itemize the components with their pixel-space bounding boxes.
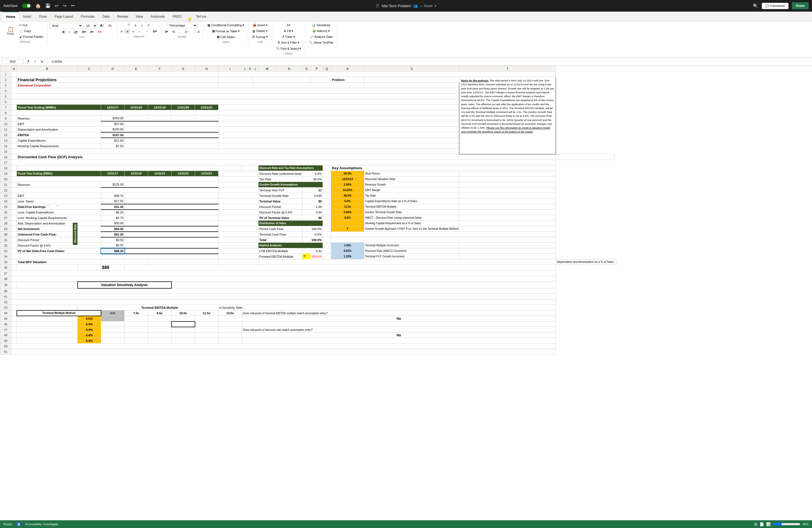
cell-A43[interactable] [11,305,17,310]
format-painter-button[interactable]: 🖌 Format Painter [18,34,45,39]
cut-button[interactable]: ✂ Cut [18,23,45,28]
col-S[interactable]: S [364,66,459,72]
name-box[interactable] [2,59,24,64]
cell-I25[interactable] [218,204,259,210]
align-middle-button[interactable]: ≡ [133,23,138,28]
insert-function-button[interactable]: fx [39,59,45,64]
cell-D32[interactable]: $0.97 [101,243,125,248]
cell-A11[interactable] [11,127,17,132]
page-layout-view-button[interactable]: 📄 [759,522,764,526]
tab-automate[interactable]: Automate [147,12,169,21]
tab-review[interactable]: Review [113,12,132,21]
share-button[interactable]: Share [792,2,809,10]
cell-A26[interactable] [11,210,17,215]
cell-E31[interactable] [125,237,218,243]
cell-A30[interactable] [11,232,17,237]
col-D[interactable]: D [101,66,125,72]
cell-A47[interactable] [11,327,17,333]
ebit-margin-value[interactable]: 54.50% [331,188,364,193]
tab-data[interactable]: Data [99,12,113,21]
cell-A15[interactable] [11,149,556,155]
s-100-46[interactable] [172,321,195,327]
cell-A50[interactable] [11,343,556,349]
col-H[interactable]: H [195,66,218,72]
cell-I35[interactable] [218,259,259,265]
cell-Q25[interactable] [323,204,331,210]
cell-B11[interactable]: Depreciation and Amortization [17,127,101,132]
s-na-46[interactable] [101,321,125,327]
analyze-data-button[interactable]: 📈 Analyze Data [308,34,334,40]
cell-Q31[interactable] [323,237,331,243]
cell-E30[interactable] [125,232,218,237]
indent-decrease-button[interactable]: ← [137,29,143,34]
cell-Q32[interactable] [323,243,331,248]
wrap-text-button[interactable]: ↵ [146,23,151,28]
cell-U29[interactable] [459,226,556,232]
confirm-formula-button[interactable]: ✓ [32,59,38,64]
tab-home[interactable]: Home [2,12,19,21]
terminal-ebitda-value[interactable]: 11.0x [331,204,364,210]
cell-A44[interactable] [11,310,17,316]
col-C[interactable]: C [77,66,101,72]
cell-B9[interactable]: Revenue [17,116,101,121]
cell-A3[interactable] [11,83,17,88]
cell-A39[interactable] [11,282,17,288]
page-break-view-button[interactable]: 📊 [766,522,771,526]
cell-D33[interactable]: $88.33 [101,248,125,254]
cell-Q21[interactable] [323,182,331,188]
cell-B45[interactable] [17,316,77,321]
cell-D30[interactable]: $91.20 [101,232,125,237]
cell-U24[interactable] [459,199,556,204]
paste-button[interactable]: 📋 Paste [4,25,17,37]
cell-A16[interactable] [11,155,17,160]
rate-45[interactable]: 4.5% [77,316,101,321]
s-130-48[interactable] [218,333,242,338]
cell-A41[interactable] [11,294,556,299]
cell-Q26[interactable] [323,210,331,215]
s-85-47[interactable] [148,327,172,333]
copy-button[interactable]: 📄 Copy [18,28,45,34]
dr-value[interactable]: 6.6% [302,171,323,176]
cell-M35[interactable] [259,259,556,265]
sensitivity-button[interactable]: 📊 Sensitivity [310,23,332,28]
conditional-formatting-button[interactable]: ▦ Conditional Formatting ▾ [206,23,246,28]
cell-Q19[interactable] [323,171,331,176]
dcf-col-d19[interactable]: 12/31/18 [125,171,148,176]
col-E[interactable]: E [125,66,148,72]
cell-A10[interactable] [11,121,17,127]
cell-B36[interactable] [17,265,77,270]
cell-D14[interactable]: $7.50 [101,143,125,149]
cell-J48[interactable]: No [242,333,556,338]
cell-E11[interactable] [125,127,218,132]
cell-D26[interactable]: $6.25 [101,210,125,215]
cell-D27[interactable]: $3.75 [101,215,125,221]
cell-E25[interactable] [125,204,218,210]
cell-A7[interactable] [11,105,17,110]
cell-F35[interactable] [148,259,218,265]
cell-A25[interactable] [11,204,17,210]
font-color-button[interactable]: A▾ [96,29,103,34]
col-na[interactable]: N/A [101,310,125,316]
cell-A13[interactable] [11,138,17,143]
cell-D7[interactable]: 12/31/17 [101,105,125,110]
cell-A36[interactable] [11,265,17,270]
tab-insert[interactable]: Insert [19,12,35,21]
capex-value[interactable]: 5.0% [331,199,364,204]
cell-E12[interactable] [125,132,218,138]
cell-D21[interactable]: $125.00 [101,182,125,188]
s-70-49[interactable] [125,338,148,343]
font-name-dropdown[interactable]: Arial [50,23,83,28]
fwd-ebitda-flag[interactable]: 🚩 [302,254,311,259]
s-130-46[interactable] [218,321,242,327]
col-T[interactable]: T [459,66,556,72]
cell-B26[interactable]: Less: Capital Expenditures [17,210,101,215]
assumed-val-date-value[interactable]: 12/31/14 [331,176,364,182]
tab-view[interactable]: View [132,12,147,21]
gordon-yn-value[interactable]: Y [331,226,364,232]
terminal-fcg-incr-value[interactable]: 1.33% [331,254,364,259]
cell-A17[interactable] [11,160,556,165]
cell-Q29[interactable] [323,226,331,232]
cell-C36[interactable] [77,265,101,270]
tab-tell-me[interactable]: Tell me [192,12,210,21]
rate-47[interactable]: 4.4% [77,327,101,333]
